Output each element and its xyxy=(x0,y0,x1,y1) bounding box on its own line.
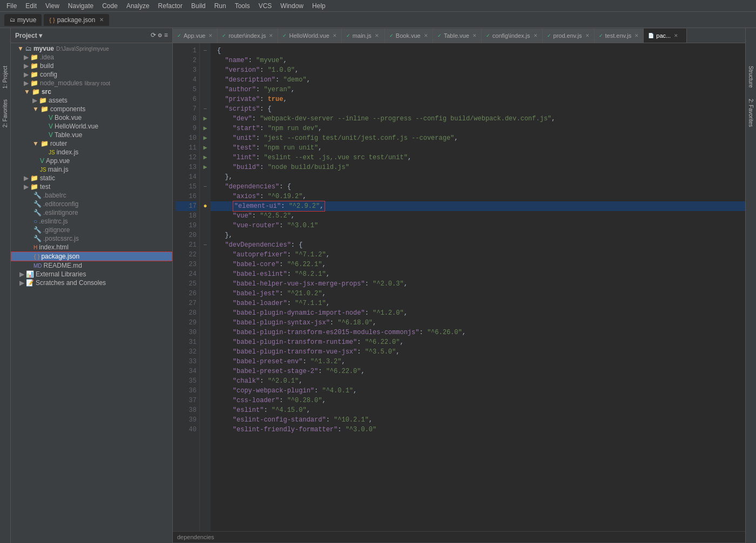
menu-file[interactable]: File xyxy=(2,0,21,12)
code-line-17: "element-ui": "^2.9.2", xyxy=(211,201,745,211)
tree-item-idea[interactable]: ▶ 📁 .idea xyxy=(11,53,172,62)
code-line-36: "copy-webpack-plugin": "^4.0.1", xyxy=(211,386,745,396)
tab-package-json[interactable]: 📄 pac... ✕ xyxy=(644,29,687,43)
line-numbers: 12345 678910 1112131415 1617181920 21222… xyxy=(173,43,200,531)
tree-item-node-modules[interactable]: ▶ 📁 node_modules library root xyxy=(11,79,172,87)
code-line-38: "eslint": "^4.15.0", xyxy=(211,405,745,415)
menu-navigate[interactable]: Navigate xyxy=(64,0,98,12)
tree-item-components[interactable]: ▼ 📁 components xyxy=(11,105,172,113)
sidebar-title: Project ▾ xyxy=(15,32,42,39)
tree-item-eslintignore[interactable]: 🔧 .eslintignore xyxy=(11,208,172,217)
tab-prod-env[interactable]: ✓ prod.env.js ✕ xyxy=(543,29,595,43)
tree-item-book-vue[interactable]: V Book.vue xyxy=(11,113,172,122)
sidebar-settings-icon[interactable]: ⚙ xyxy=(158,31,162,39)
code-line-1: { xyxy=(211,46,745,56)
tree-item-src[interactable]: ▼ 📁 src xyxy=(11,87,172,96)
right-vtabs: Structure 2: Favorites xyxy=(745,28,756,543)
tree-item-editorconfig[interactable]: 🔧 .editorconfig xyxy=(11,200,172,208)
code-line-31: "babel-plugin-transform-runtime": "^6.22… xyxy=(211,337,745,347)
menu-run[interactable]: Run xyxy=(210,0,231,12)
code-line-33: "babel-preset-env": "^1.3.2", xyxy=(211,357,745,366)
tab-main-js[interactable]: ✓ main.js ✕ xyxy=(342,29,385,43)
sidebar-expand-icon[interactable]: ≡ xyxy=(164,32,168,39)
code-line-37: "css-loader": "^0.28.0", xyxy=(211,396,745,405)
tree-item-package-json[interactable]: { } package.json xyxy=(11,252,172,261)
tab-helloworld-vue[interactable]: ✓ HelloWorld.vue ✕ xyxy=(278,29,341,43)
menu-tools[interactable]: Tools xyxy=(231,0,254,12)
left-vtab-favorites[interactable]: 2: Favorites xyxy=(1,94,9,133)
menu-refactor[interactable]: Refactor xyxy=(154,0,187,12)
code-line-28: "babel-plugin-dynamic-import-node": "^1.… xyxy=(211,308,745,318)
code-line-3: "version": "1.0.0", xyxy=(211,65,745,75)
project-tab-package[interactable]: { } package.json ✕ xyxy=(44,14,109,26)
menu-edit[interactable]: Edit xyxy=(21,0,41,12)
tree-item-external-libs[interactable]: ▶ 📊 External Libraries xyxy=(11,270,172,279)
tree-item-main-js[interactable]: JS main.js xyxy=(11,165,172,174)
tab-book-vue[interactable]: ✓ Book.vue ✕ xyxy=(385,29,433,43)
code-line-9: "start": "npm run dev", xyxy=(211,124,745,133)
menu-build[interactable]: Build xyxy=(187,0,210,12)
menu-window[interactable]: Window xyxy=(276,0,308,12)
code-line-18: "vue": "^2.5.2", xyxy=(211,211,745,221)
left-vtab-project[interactable]: 1: Project xyxy=(1,60,9,94)
code-line-22: "autoprefixer": "^7.1.2", xyxy=(211,250,745,260)
tab-router-index[interactable]: ✓ router\index.js ✕ xyxy=(218,29,278,43)
code-editor: 12345 678910 1112131415 1617181920 21222… xyxy=(173,43,745,531)
tree-item-test[interactable]: ▶ 📁 test xyxy=(11,182,172,191)
code-line-21: "devDependencies": { xyxy=(211,240,745,250)
tree-item-build[interactable]: ▶ 📁 build xyxy=(11,62,172,70)
code-line-12: "lint": "eslint --ext .js,.vue src test/… xyxy=(211,153,745,162)
tree-item-assets[interactable]: ▶ 📁 assets xyxy=(11,96,172,105)
tree-item-config[interactable]: ▶ 📁 config xyxy=(11,70,172,79)
tree-item-babelrc[interactable]: 🔧 .babelrc xyxy=(11,191,172,200)
menu-analyze[interactable]: Analyze xyxy=(122,0,154,12)
tree-item-router[interactable]: ▼ 📁 router xyxy=(11,139,172,148)
right-vtab-structure[interactable]: Structure xyxy=(747,60,755,93)
menu-help[interactable]: Help xyxy=(308,0,330,12)
menu-vcs[interactable]: VCS xyxy=(254,0,276,12)
tree-item-index-html[interactable]: H index.html xyxy=(11,243,172,252)
tab-app-vue[interactable]: ✓ App.vue ✕ xyxy=(173,29,218,43)
tree-item-readme[interactable]: MD README.md xyxy=(11,261,172,270)
tree-item-scratches[interactable]: ▶ 📝 Scratches and Consoles xyxy=(11,279,172,287)
project-tab-myvue[interactable]: 🗂 myvue xyxy=(4,14,42,26)
code-line-40: "eslint-friendly-formatter": "^3.0.0" xyxy=(211,425,745,435)
code-line-7: "scripts": { xyxy=(211,104,745,114)
breadcrumb: dependencies xyxy=(173,531,745,543)
tab-table-vue[interactable]: ✓ Table.vue ✕ xyxy=(433,29,482,43)
code-content[interactable]: { "name": "myvue", "version": "1.0.0", "… xyxy=(211,43,745,531)
code-line-26: "babel-jest": "^21.0.2", xyxy=(211,289,745,298)
code-line-30: "babel-plugin-transform-es2015-modules-c… xyxy=(211,328,745,337)
code-line-5: "author": "yeran", xyxy=(211,85,745,94)
project-header: 🗂 myvue { } package.json ✕ xyxy=(0,12,756,28)
code-line-4: "description": "demo", xyxy=(211,75,745,85)
file-tree: ▼ 🗂 myvue D:\Java\Spring\myvue ▶ 📁 .idea… xyxy=(11,43,172,543)
tree-item-table-vue[interactable]: V Table.vue xyxy=(11,131,172,139)
tree-item-helloworld-vue[interactable]: V HelloWorld.vue xyxy=(11,122,172,131)
code-line-10: "unit": "jest --config test/unit/jest.co… xyxy=(211,133,745,143)
tree-item-gitignore[interactable]: 🔧 .gitignore xyxy=(11,226,172,234)
menu-code[interactable]: Code xyxy=(98,0,122,12)
menu-view[interactable]: View xyxy=(41,0,64,12)
tree-item-eslintrc[interactable]: ○ .eslintrc.js xyxy=(11,217,172,226)
tree-item-static[interactable]: ▶ 📁 static xyxy=(11,174,172,182)
code-line-29: "babel-plugin-syntax-jsx": "^6.18.0", xyxy=(211,318,745,328)
tree-item-router-index[interactable]: JS index.js xyxy=(11,148,172,157)
tree-item-myvue[interactable]: ▼ 🗂 myvue D:\Java\Spring\myvue xyxy=(11,44,172,53)
tree-item-app-vue[interactable]: V App.vue xyxy=(11,157,172,165)
code-line-24: "babel-eslint": "^8.2.1", xyxy=(211,269,745,279)
tab-test-env[interactable]: ✓ test.env.js ✕ xyxy=(595,29,644,43)
code-line-16: "axios": "^0.19.2", xyxy=(211,192,745,201)
right-vtab-favorites[interactable]: 2: Favorites xyxy=(747,93,755,132)
code-line-32: "babel-plugin-transform-vue-jsx": "^3.5.… xyxy=(211,347,745,357)
breadcrumb-text: dependencies xyxy=(177,534,214,540)
sidebar-sync-icon[interactable]: ⟳ xyxy=(151,31,156,39)
editor-tabs: ✓ App.vue ✕ ✓ router\index.js ✕ ✓ HelloW… xyxy=(173,28,745,43)
code-line-39: "eslint-config-standard": "^10.2.1", xyxy=(211,415,745,425)
tree-item-postcssrc[interactable]: 🔧 .postcssrc.js xyxy=(11,234,172,243)
code-line-6: "private": true, xyxy=(211,94,745,104)
code-line-20: }, xyxy=(211,230,745,240)
code-line-23: "babel-core": "^6.22.1", xyxy=(211,260,745,269)
code-line-14: }, xyxy=(211,172,745,182)
tab-config-index[interactable]: ✓ config\index.js ✕ xyxy=(482,29,543,43)
